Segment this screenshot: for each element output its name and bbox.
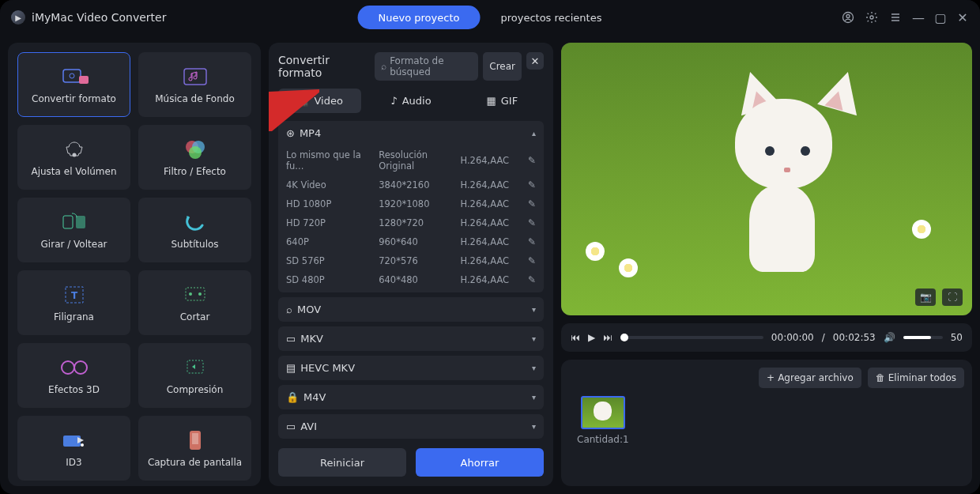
maximize-button[interactable]: ▢ — [934, 10, 947, 25]
svg-rect-11 — [63, 216, 73, 228]
edit-icon[interactable]: ✎ — [520, 198, 536, 209]
play-button[interactable]: ▶ — [588, 332, 595, 343]
chevron-down-icon: ▾ — [532, 334, 536, 343]
tool-filter-effect[interactable]: Filtro / Efecto — [138, 125, 251, 190]
tools-panel: Convertir formatoMúsica de FondoAjusta e… — [8, 43, 261, 486]
format-group-hevc mkv[interactable]: ▤HEVC MKV▾ — [278, 356, 544, 380]
time-current: 00:00:00 — [771, 332, 814, 343]
seek-slider[interactable] — [620, 336, 763, 339]
video-canvas[interactable]: 📷 ⛶ — [561, 43, 972, 315]
tool-subtitles[interactable]: Subtítulos — [138, 198, 251, 262]
tool-label: Compresión — [167, 384, 224, 395]
chevron-down-icon: ▾ — [532, 305, 536, 314]
edit-icon[interactable]: ✎ — [520, 155, 536, 166]
format-group-mp4[interactable]: ⊛MP4▴ — [278, 121, 544, 145]
tool-label: Girar / Voltear — [41, 239, 107, 250]
tool-cut[interactable]: Cortar — [138, 270, 251, 335]
file-count: Cantidad:1 — [577, 434, 629, 445]
edit-icon[interactable]: ✎ — [520, 274, 536, 285]
tool-convert-format[interactable]: Convertir formato — [17, 52, 130, 117]
snapshot-icon[interactable]: 📷 — [915, 288, 936, 306]
format-group-m4v[interactable]: 🔒M4V▾ — [278, 385, 544, 409]
adjust-volume-icon — [58, 138, 90, 161]
format-group-mkv[interactable]: ▭MKV▾ — [278, 326, 544, 351]
svg-rect-25 — [192, 433, 198, 444]
svg-point-7 — [72, 153, 76, 157]
app-logo-icon: ▶ — [11, 10, 25, 25]
panel-close-button[interactable]: ✕ — [526, 52, 544, 70]
format-row[interactable]: 640P960*640H.264,AAC✎ — [278, 232, 544, 251]
file-item[interactable]: Cantidad:1 — [577, 396, 629, 445]
title-bar: ▶ iMyMac Video Converter Nuevo proyecto … — [0, 0, 980, 35]
tool-background-music[interactable]: Música de Fondo — [138, 52, 251, 117]
video-file-icon: 🎬 — [296, 95, 309, 107]
rotate-flip-icon — [58, 210, 90, 234]
app-title: iMyMac Video Converter — [32, 11, 166, 24]
tool-3d-effects[interactable]: Efectos 3D — [17, 343, 130, 408]
tool-compression[interactable]: Compresión — [138, 343, 251, 408]
tool-label: Ajusta el Volúmen — [31, 166, 116, 177]
edit-icon[interactable]: ✎ — [520, 255, 536, 266]
close-button[interactable]: ✕ — [956, 10, 969, 25]
tab-audio[interactable]: ♪Audio — [369, 89, 452, 113]
volume-icon[interactable]: 🔊 — [884, 332, 895, 343]
format-panel: Convertir formato ⌕ Formato de búsqued C… — [269, 43, 553, 486]
app-window: ▶ iMyMac Video Converter Nuevo proyecto … — [0, 0, 980, 494]
recent-projects-button[interactable]: proyectos recientes — [480, 6, 622, 29]
tool-screenshot[interactable]: Captura de pantalla — [138, 416, 251, 481]
format-group-mov[interactable]: ⌕MOV▾ — [278, 297, 544, 322]
save-button[interactable]: Ahorrar — [416, 448, 544, 477]
format-row[interactable]: 4K Video3840*2160H.264,AAC✎ — [278, 175, 544, 194]
tool-label: Filtro / Efecto — [164, 166, 226, 177]
format-panel-title: Convertir formato — [278, 54, 368, 79]
plus-icon: + — [767, 372, 775, 383]
convert-format-icon — [58, 65, 90, 89]
subtitles-icon — [179, 210, 211, 234]
tool-watermark[interactable]: TFiligrana — [17, 270, 130, 335]
tab-gif[interactable]: ▦GIF — [461, 89, 544, 113]
app-logo-group: ▶ iMyMac Video Converter — [11, 10, 166, 25]
format-row[interactable]: SD 480P640*480H.264,AAC✎ — [278, 270, 544, 289]
new-project-button[interactable]: Nuevo proyecto — [358, 6, 481, 29]
svg-point-4 — [70, 74, 74, 78]
edit-icon[interactable]: ✎ — [520, 217, 536, 228]
mp4-icon: ⊛ — [286, 127, 295, 139]
tool-rotate-flip[interactable]: Girar / Voltear — [17, 198, 130, 262]
fullscreen-icon[interactable]: ⛶ — [942, 288, 963, 306]
svg-point-17 — [198, 292, 202, 296]
next-button[interactable]: ⏭ — [603, 332, 612, 343]
tool-label: Efectos 3D — [48, 384, 100, 395]
chevron-up-icon: ▴ — [532, 129, 536, 138]
mkv-icon: ▭ — [286, 333, 296, 345]
create-button[interactable]: Crear — [483, 52, 522, 81]
format-row[interactable]: Lo mismo que la fu...Resolución Original… — [278, 145, 544, 175]
compression-icon — [179, 356, 211, 379]
format-row[interactable]: SD 576P720*576H.264,AAC✎ — [278, 251, 544, 270]
tool-label: ID3 — [66, 457, 81, 468]
volume-slider[interactable] — [903, 336, 943, 339]
tool-id3[interactable]: ID3 — [17, 416, 130, 481]
add-file-button[interactable]: +Agregar archivo — [759, 368, 861, 388]
background-music-icon — [179, 65, 211, 89]
tool-label: Música de Fondo — [155, 93, 235, 104]
mov-icon: ⌕ — [286, 304, 292, 315]
account-icon[interactable] — [841, 10, 855, 25]
remove-all-button[interactable]: 🗑Eliminar todos — [868, 368, 964, 388]
edit-icon[interactable]: ✎ — [520, 179, 536, 190]
menu-icon[interactable] — [888, 10, 903, 25]
settings-icon[interactable] — [865, 10, 879, 25]
format-row[interactable]: HD 1080P1920*1080H.264,AAC✎ — [278, 194, 544, 213]
minimize-button[interactable]: — — [912, 10, 925, 25]
tab-video[interactable]: 🎬Video — [278, 89, 361, 113]
tool-adjust-volume[interactable]: Ajusta el Volúmen — [17, 125, 130, 190]
edit-icon[interactable]: ✎ — [520, 236, 536, 247]
format-search-input[interactable]: ⌕ Formato de búsqued — [375, 52, 478, 81]
reset-button[interactable]: Reiniciar — [278, 448, 406, 477]
trash-icon: 🗑 — [876, 372, 885, 383]
svg-point-19 — [74, 361, 87, 374]
prev-button[interactable]: ⏮ — [571, 332, 580, 343]
file-panel: +Agregar archivo 🗑Eliminar todos Cantida… — [561, 360, 972, 486]
format-row[interactable]: HD 720P1280*720H.264,AAC✎ — [278, 213, 544, 232]
format-group-avi[interactable]: ▭AVI▾ — [278, 414, 544, 439]
time-total: 00:02:53 — [833, 332, 876, 343]
